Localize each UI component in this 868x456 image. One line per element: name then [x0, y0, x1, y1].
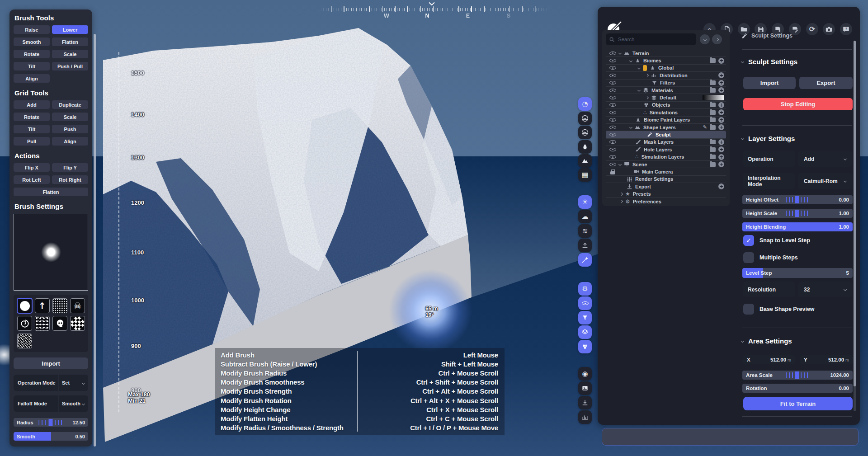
visibility-eye-icon[interactable] — [609, 110, 616, 115]
visibility-eye-icon[interactable] — [609, 88, 616, 93]
visibility-eye-icon[interactable] — [609, 162, 616, 167]
biome-color-badge[interactable] — [643, 65, 647, 71]
chevron-down-icon[interactable] — [618, 52, 622, 55]
tree-row-simulations[interactable]: ∴Simulations — [606, 109, 726, 116]
grid-tool-add-button[interactable]: Add — [14, 100, 50, 109]
grid-tool-align-button[interactable]: Align — [52, 137, 88, 146]
mountain-button[interactable] — [578, 154, 592, 168]
folder-icon[interactable] — [710, 58, 716, 63]
add-plus-icon[interactable] — [718, 161, 724, 167]
image-button[interactable] — [578, 381, 592, 395]
tree-row-biome-paint-layers[interactable]: Biome Paint Layers — [606, 117, 726, 124]
tree-row-sculpt[interactable]: Sculpt — [606, 131, 726, 138]
expand-next-button[interactable] — [712, 34, 722, 44]
chevron-right-icon[interactable] — [646, 96, 649, 99]
folder-icon[interactable] — [710, 80, 716, 85]
settings-scrollbar-thumb[interactable] — [854, 41, 856, 386]
tree-row-shape-layers[interactable]: Shape Layers✎ — [606, 124, 726, 131]
brush-shape-scratches-icon[interactable] — [17, 334, 32, 348]
chevron-down-icon[interactable] — [618, 163, 622, 166]
material-gradient-swatch[interactable] — [703, 95, 724, 100]
chevron-down-icon[interactable] — [637, 66, 641, 70]
grid-tool-rotate-button[interactable]: Rotate — [14, 113, 50, 121]
grid-tool-duplicate-button[interactable]: Duplicate — [52, 100, 88, 109]
visibility-eye-icon[interactable] — [609, 139, 616, 145]
terrain-globe-button[interactable]: ◔ — [578, 97, 592, 111]
add-plus-icon[interactable] — [718, 102, 724, 108]
chevron-down-icon[interactable] — [629, 59, 632, 62]
download-button[interactable] — [578, 396, 592, 409]
record-button[interactable]: ◉ — [578, 367, 592, 381]
tree-row-main-camera[interactable]: Main Camera — [606, 168, 726, 175]
folder-icon[interactable] — [710, 110, 716, 115]
tree-row-mask-layers[interactable]: Mask Layers — [606, 139, 726, 146]
action-rot-right-button[interactable]: Rot Right — [52, 175, 88, 184]
visibility-eye-icon[interactable] — [609, 102, 616, 108]
chevron-right-icon[interactable] — [620, 200, 623, 203]
tree-row-terrain[interactable]: Terrain — [606, 50, 726, 57]
visibility-eye-icon[interactable] — [609, 95, 616, 100]
add-plus-icon[interactable] — [718, 72, 724, 78]
operation-select[interactable]: Add — [798, 150, 852, 167]
rotation-field[interactable]: Rotation 0.00 — [742, 384, 853, 393]
folder-icon[interactable] — [710, 125, 716, 130]
add-plus-icon[interactable] — [718, 117, 724, 123]
tree-row-render-settings[interactable]: Render Settings — [606, 176, 726, 183]
visibility-eye-icon[interactable] — [609, 58, 616, 63]
grid-button[interactable]: ▦ — [578, 168, 592, 182]
edit-pencil-icon[interactable]: ✎ — [703, 125, 707, 130]
radius-slider[interactable]: Radius 12.50 — [14, 418, 88, 427]
tree-row-presets[interactable]: ★Presets — [606, 190, 726, 197]
add-plus-icon[interactable] — [718, 124, 724, 130]
tree-row-preferences[interactable]: ⚙Preferences — [606, 198, 726, 205]
folder-icon[interactable] — [710, 140, 716, 144]
add-plus-icon[interactable] — [718, 58, 724, 64]
layer-section-header[interactable]: Layer Settings — [741, 135, 795, 142]
action-rot-left-button[interactable]: Rot Left — [14, 175, 50, 184]
stats-chart-button[interactable] — [578, 410, 592, 424]
search-input[interactable] — [617, 36, 685, 42]
export-platform-button[interactable] — [578, 239, 592, 252]
tree-row-default-material[interactable]: Default — [606, 94, 726, 101]
action-flip-y-button[interactable]: Flip Y — [52, 163, 88, 172]
tree-row-export[interactable]: Export — [606, 183, 726, 190]
sculpt-section-header[interactable]: Sculpt Settings — [741, 58, 797, 66]
gears-button[interactable]: ⚙ — [578, 282, 592, 296]
add-plus-icon[interactable] — [718, 80, 724, 86]
search-bar[interactable] — [606, 33, 696, 45]
droplet-button[interactable] — [578, 140, 592, 154]
tree-row-filters[interactable]: Filters — [606, 80, 726, 87]
mountain-outline-circle-button[interactable] — [578, 126, 592, 139]
brush-shape-scatter-dots-icon[interactable] — [35, 316, 50, 331]
interpolation-select[interactable]: Catmull-Rom — [798, 173, 852, 189]
layers-button[interactable] — [578, 325, 592, 339]
area-y-field[interactable]: Y512.00m — [800, 355, 853, 364]
clouds-button[interactable]: ☁ — [578, 210, 592, 223]
chevron-down-icon[interactable] — [637, 89, 641, 92]
brush-shape-swirl-icon[interactable] — [17, 316, 32, 331]
height-offset-slider[interactable]: Height Offset 0.00 — [742, 195, 853, 204]
height-blending-slider[interactable]: Height Blending 1.00 — [742, 222, 853, 231]
grid-tool-push-button[interactable]: Push — [52, 125, 88, 133]
command-bar[interactable] — [602, 428, 858, 445]
brush-tool-push-pull-button[interactable]: Push / Pull — [52, 62, 88, 71]
action-flatten-button[interactable]: Flatten — [14, 188, 88, 196]
folder-icon[interactable] — [710, 147, 716, 152]
folder-icon[interactable] — [710, 162, 716, 167]
tree-row-scene[interactable]: Scene — [606, 161, 726, 168]
brush-tool-smooth-button[interactable]: Smooth — [14, 38, 50, 46]
brush-tool-rotate-button[interactable]: Rotate — [14, 50, 50, 58]
add-plus-icon[interactable] — [718, 183, 724, 189]
visibility-eye-icon[interactable] — [609, 80, 616, 85]
folder-icon[interactable] — [710, 155, 716, 159]
import-brush-button[interactable]: Import — [14, 357, 88, 369]
filter-button[interactable] — [578, 311, 592, 324]
falloff-mode-select[interactable]: Smooth — [59, 395, 88, 412]
brush-tool-raise-button[interactable]: Raise — [14, 25, 50, 34]
brush-shape-skull-crossbones-icon[interactable]: ☠ — [70, 298, 85, 313]
grid-tool-pull-button[interactable]: Pull — [14, 137, 50, 146]
brush-shape-checker-diamonds-icon[interactable] — [70, 316, 85, 331]
settings-scrollbar-track[interactable] — [854, 41, 856, 411]
tree-row-hole-layers[interactable]: Hole Layers — [606, 146, 726, 153]
compass[interactable]: W N E S — [318, 2, 550, 12]
